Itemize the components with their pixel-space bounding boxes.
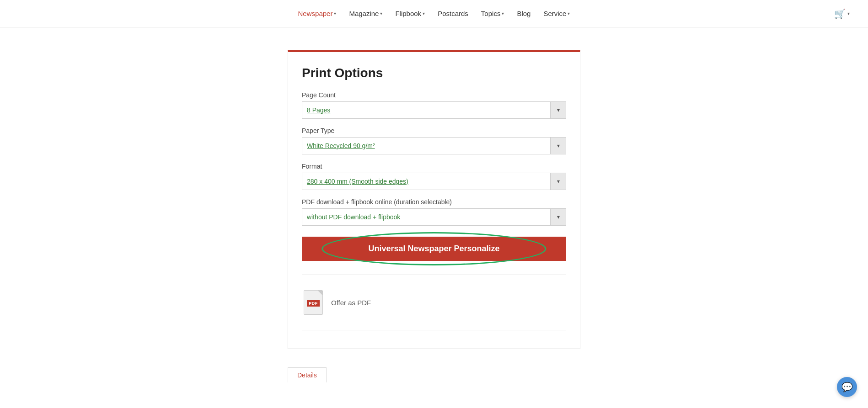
nav-item-newspaper[interactable]: Newspaper ▾ bbox=[298, 10, 337, 17]
divider-1 bbox=[302, 275, 566, 275]
pdf-download-dropdown-btn[interactable]: ▾ bbox=[550, 209, 566, 225]
pdf-offer-section: PDF Offer as PDF bbox=[302, 280, 566, 321]
card-title: Print Options bbox=[302, 66, 566, 80]
page-count-dropdown-btn[interactable]: ▾ bbox=[550, 102, 566, 118]
details-tab[interactable]: Details bbox=[288, 367, 327, 382]
divider-2 bbox=[302, 330, 566, 330]
chevron-down-icon: ▾ bbox=[423, 11, 425, 16]
nav-item-flipbook[interactable]: Flipbook ▾ bbox=[395, 10, 425, 17]
chevron-down-icon: ▾ bbox=[334, 11, 336, 16]
pdf-download-label: PDF download + flipbook online (duration… bbox=[302, 198, 566, 206]
nav-item-postcards[interactable]: Postcards bbox=[438, 10, 468, 17]
pdf-offer-text: Offer as PDF bbox=[331, 299, 371, 307]
personalize-button[interactable]: Universal Newspaper Personalize bbox=[302, 237, 566, 261]
chevron-down-icon: ▾ bbox=[568, 11, 570, 16]
nav-item-blog[interactable]: Blog bbox=[517, 10, 530, 17]
nav-links: Newspaper ▾ Magazine ▾ Flipbook ▾ Postca… bbox=[298, 10, 570, 17]
pdf-download-group: PDF download + flipbook online (duration… bbox=[302, 198, 566, 226]
cart-icon: 🛒 bbox=[834, 8, 846, 19]
paper-type-label: Paper Type bbox=[302, 127, 566, 134]
cta-wrapper: Universal Newspaper Personalize bbox=[302, 237, 566, 261]
paper-type-select[interactable]: White Recycled 90 g/m² ▾ bbox=[302, 137, 566, 154]
page-count-label: Page Count bbox=[302, 91, 566, 99]
paper-type-group: Paper Type White Recycled 90 g/m² ▾ bbox=[302, 127, 566, 154]
nav-item-magazine[interactable]: Magazine ▾ bbox=[349, 10, 382, 17]
page-count-group: Page Count 8 Pages ▾ bbox=[302, 91, 566, 119]
pdf-badge: PDF bbox=[307, 300, 320, 307]
main-nav: Newspaper ▾ Magazine ▾ Flipbook ▾ Postca… bbox=[0, 0, 868, 27]
nav-item-service[interactable]: Service ▾ bbox=[543, 10, 570, 17]
format-group: Format 280 x 400 mm (Smooth side edges) … bbox=[302, 163, 566, 190]
chevron-down-icon: ▾ bbox=[502, 11, 504, 16]
chevron-down-icon: ▾ bbox=[847, 11, 850, 16]
format-label: Format bbox=[302, 163, 566, 170]
format-select[interactable]: 280 x 400 mm (Smooth side edges) ▾ bbox=[302, 173, 566, 190]
format-dropdown-btn[interactable]: ▾ bbox=[550, 173, 566, 190]
paper-type-dropdown-btn[interactable]: ▾ bbox=[550, 138, 566, 154]
chat-button[interactable]: 💬 bbox=[837, 377, 857, 397]
nav-item-topics[interactable]: Topics ▾ bbox=[481, 10, 504, 17]
chevron-down-icon: ▾ bbox=[380, 11, 382, 16]
chat-icon: 💬 bbox=[841, 382, 853, 392]
details-section: Details bbox=[288, 367, 580, 382]
cart-button[interactable]: 🛒 ▾ bbox=[834, 8, 850, 19]
page-content: Print Options Page Count 8 Pages ▾ Paper… bbox=[141, 27, 727, 408]
print-options-card: Print Options Page Count 8 Pages ▾ Paper… bbox=[288, 50, 580, 349]
page-count-select[interactable]: 8 Pages ▾ bbox=[302, 101, 566, 119]
pdf-download-select[interactable]: without PDF download + flipbook ▾ bbox=[302, 208, 566, 226]
pdf-icon: PDF bbox=[302, 289, 325, 316]
